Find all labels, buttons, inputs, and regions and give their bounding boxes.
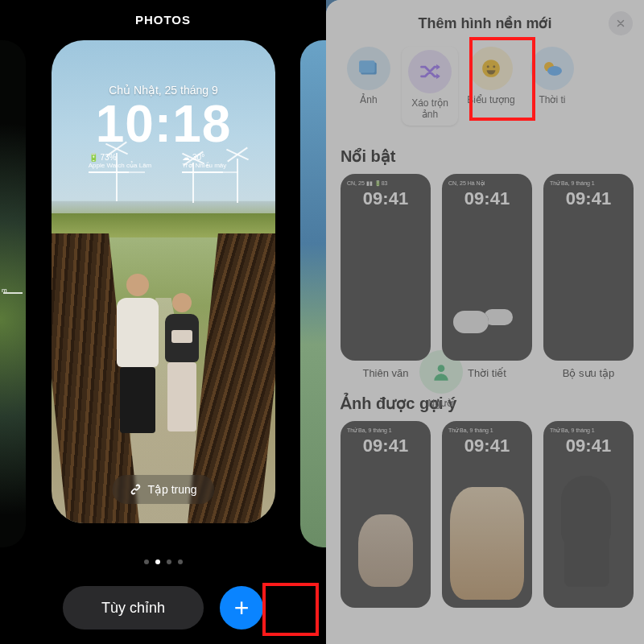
sheet-title: Thêm hình nền mới: [419, 15, 552, 31]
thumb-time: 09:41: [442, 188, 532, 209]
chip-shuffle[interactable]: Xáo trộn ảnh: [402, 47, 458, 126]
category-chips-row[interactable]: Ảnh Người Xáo trộn ảnh Biểu tượng Thời t…: [326, 40, 644, 132]
widget-weather[interactable]: ☁ 30°: [182, 153, 238, 162]
add-wallpaper-sheet-pane: Thêm hình nền mới Ảnh Người Xáo trộn ảnh: [326, 0, 644, 644]
weather-icon: [541, 59, 564, 78]
svg-point-4: [487, 65, 489, 68]
featured-row[interactable]: CN, 25 ▮▮ 🔋83 09:41 Thiên văn CN, 25 Hà …: [326, 174, 644, 379]
prev-peek-label: m: [2, 287, 7, 294]
thumb-caption: Bộ sưu tập: [543, 367, 634, 379]
chip-label: Thời ti: [524, 95, 580, 106]
thumb-status: Thứ Ba, 9 tháng 1: [550, 427, 595, 434]
svg-point-7: [547, 66, 562, 76]
svg-point-5: [493, 65, 495, 68]
lockscreen-editor-pane: PHOTOS m Chủ Nhật, 25 tháng 9 10:18 🔋 73…: [0, 0, 326, 644]
chip-emoji[interactable]: Biểu tượng: [463, 47, 519, 126]
thumb-status: CN, 25 ▮▮ 🔋83: [347, 180, 387, 187]
chip-label: Xáo trộn ảnh: [403, 98, 456, 121]
widget-battery-sub: Apple Watch của Lâm: [89, 162, 152, 169]
suggested-item[interactable]: Thứ Ba, 9 tháng 1 09:41: [442, 421, 532, 608]
thumb-time: 09:41: [543, 188, 634, 209]
svg-rect-1: [359, 60, 375, 72]
customize-button[interactable]: Tùy chỉnh: [63, 586, 204, 630]
thumb-status: Thứ Ba, 9 tháng 1: [550, 180, 595, 187]
add-wallpaper-sheet: Thêm hình nền mới Ảnh Người Xáo trộn ảnh: [326, 0, 644, 644]
chip-photos[interactable]: Ảnh: [341, 47, 397, 126]
mode-title: PHOTOS: [0, 13, 326, 27]
section-featured-title: Nổi bật: [326, 132, 644, 174]
link-icon: [130, 484, 141, 495]
suggested-item[interactable]: Thứ Ba, 9 tháng 1 09:41: [543, 421, 634, 608]
chip-label: Biểu tượng: [463, 95, 519, 106]
chip-label: Ảnh: [341, 95, 397, 106]
suggested-row[interactable]: Thứ Ba, 9 tháng 1 09:41 Thứ Ba, 9 tháng …: [326, 421, 644, 608]
wallpaper-preview-card[interactable]: Chủ Nhật, 25 tháng 9 10:18 🔋 73% Apple W…: [52, 40, 275, 523]
page-indicator: [0, 553, 326, 568]
featured-weather[interactable]: CN, 25 Hà Nội 09:41 Thời tiết: [442, 174, 532, 379]
focus-label: Tập trung: [147, 483, 196, 496]
featured-collection[interactable]: Thứ Ba, 9 tháng 1 09:41 Bộ sưu tập: [543, 174, 634, 379]
chip-weather[interactable]: Thời ti: [524, 47, 580, 126]
thumb-time: 09:41: [543, 436, 634, 456]
thumb-status: Thứ Ba, 9 tháng 1: [347, 427, 392, 434]
thumb-time: 09:41: [442, 436, 532, 456]
add-wallpaper-button[interactable]: +: [220, 586, 263, 630]
close-icon: [616, 19, 625, 28]
suggested-item[interactable]: Thứ Ba, 9 tháng 1 09:41: [341, 421, 431, 608]
lockscreen-widgets[interactable]: 🔋 73% Apple Watch của Lâm ☁ 30° Trời Nhi…: [66, 153, 261, 173]
shuffle-icon: [419, 60, 441, 83]
prev-wallpaper-peek[interactable]: m: [0, 40, 26, 547]
widget-battery[interactable]: 🔋 73%: [89, 153, 152, 162]
decor-people: [114, 250, 219, 435]
lockscreen-time[interactable]: 10:18: [66, 98, 261, 150]
thumb-time: 09:41: [341, 436, 431, 456]
focus-pill[interactable]: Tập trung: [112, 475, 214, 504]
widget-weather-sub: Trời Nhiều mây: [182, 162, 238, 169]
thumb-status: Thứ Ba, 9 tháng 1: [448, 427, 493, 434]
close-button[interactable]: [609, 11, 633, 35]
next-wallpaper-peek[interactable]: [300, 40, 326, 547]
thumb-status: CN, 25 Hà Nội: [448, 180, 485, 187]
emoji-icon: [481, 58, 502, 79]
svg-point-3: [482, 60, 500, 77]
thumb-time: 09:41: [341, 188, 431, 209]
featured-astronomy[interactable]: CN, 25 ▮▮ 🔋83 09:41 Thiên văn: [341, 174, 431, 379]
photos-icon: [358, 58, 379, 79]
